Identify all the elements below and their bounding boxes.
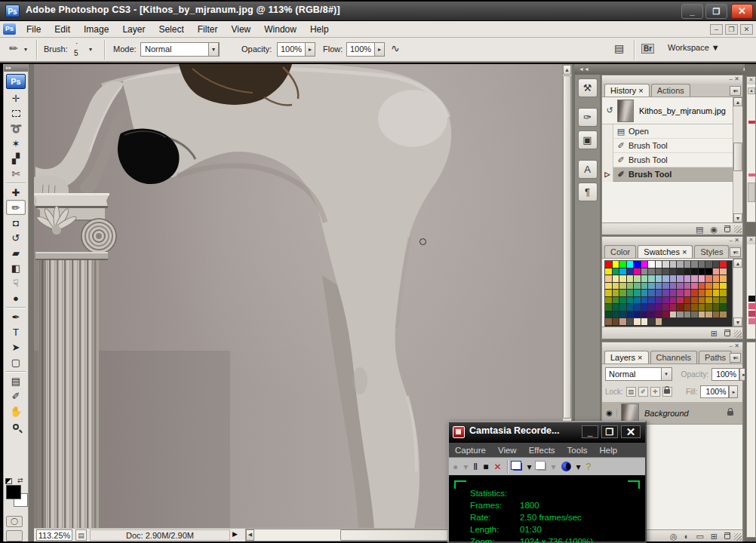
color-swatch[interactable] — [634, 290, 641, 297]
lasso-tool[interactable]: ➰ — [6, 121, 26, 136]
mode-dropdown-icon[interactable]: ▾ — [208, 42, 219, 57]
minimize-button[interactable]: _ — [681, 4, 703, 19]
color-swatch[interactable] — [648, 261, 656, 268]
color-swatch[interactable] — [656, 268, 663, 276]
snapshot-thumbnail[interactable] — [617, 100, 634, 122]
history-scroll-thumb[interactable] — [733, 143, 742, 171]
stop-button[interactable]: ■ — [483, 459, 488, 475]
color-swatch[interactable] — [619, 268, 627, 276]
color-swatch[interactable] — [662, 268, 670, 276]
swatches-minimize-icon[interactable]: – — [730, 237, 733, 244]
color-swatch[interactable] — [684, 268, 692, 276]
color-swatch[interactable] — [634, 283, 641, 290]
color-swatch[interactable] — [691, 261, 699, 268]
color-swatch[interactable] — [656, 304, 663, 311]
color-swatch[interactable] — [648, 275, 656, 283]
color-swatch[interactable] — [684, 290, 692, 297]
color-swatch[interactable] — [691, 304, 699, 311]
color-swatch[interactable] — [613, 318, 620, 326]
color-swatch[interactable] — [699, 268, 706, 276]
camtasia-title-bar[interactable]: Camtasia Recorde... _ ❐ ✕ — [449, 422, 645, 442]
color-swatch[interactable] — [691, 311, 699, 319]
brush-tool-icon[interactable]: ✏ — [9, 42, 18, 54]
lock-transparency-icon[interactable]: ▨ — [626, 387, 636, 397]
path-selection-tool[interactable]: ➤ — [6, 339, 26, 354]
workspace-dropdown[interactable]: Workspace ▼ — [668, 43, 720, 52]
color-swatch[interactable] — [656, 290, 663, 297]
menu-view[interactable]: View — [224, 21, 257, 38]
color-swatch[interactable] — [684, 261, 692, 268]
color-swatch[interactable] — [705, 311, 713, 319]
color-swatch[interactable] — [662, 275, 670, 283]
camtasia-menu-capture[interactable]: Capture — [449, 446, 492, 455]
color-swatch[interactable] — [656, 275, 663, 283]
color-swatch[interactable] — [613, 283, 620, 290]
color-swatch[interactable] — [677, 275, 684, 283]
color-swatch[interactable] — [670, 275, 678, 283]
flow-arrow-button[interactable]: ▸ — [374, 42, 385, 57]
color-swatch[interactable] — [648, 311, 656, 319]
restore-button[interactable]: ❐ — [705, 4, 727, 19]
color-swatch[interactable] — [619, 275, 627, 283]
camtasia-minimize-button[interactable]: _ — [582, 425, 598, 438]
history-item[interactable]: ✐Brush Tool — [602, 139, 742, 153]
eyedropper-tool[interactable]: ✐ — [6, 388, 26, 403]
new-snapshot-button[interactable]: ◉ — [710, 225, 718, 234]
tool-preset-dropdown-icon[interactable]: ▾ — [24, 46, 27, 53]
set-history-source-icon[interactable]: ↺ — [602, 106, 617, 115]
pause-button[interactable]: Ⅱ — [473, 459, 478, 475]
swatches-tab-2[interactable]: Styles — [694, 245, 729, 258]
resize-grip[interactable] — [734, 330, 742, 338]
brushes-panel-button[interactable]: ✑ — [578, 108, 598, 127]
history-brush-tool[interactable]: ↺ — [6, 230, 26, 245]
color-swatch[interactable] — [705, 297, 713, 305]
history-minimize-icon[interactable]: – — [730, 75, 733, 82]
color-swatch[interactable] — [627, 304, 635, 311]
color-swatch[interactable] — [627, 297, 635, 305]
color-swatch[interactable] — [656, 318, 663, 326]
color-swatch[interactable] — [613, 290, 620, 297]
layer-mask-button[interactable]: ◎ — [670, 532, 678, 541]
color-swatch[interactable] — [634, 311, 641, 319]
swatches-scroll-up[interactable]: ▲ — [733, 259, 742, 268]
healing-brush-tool[interactable]: ✚ — [6, 185, 26, 200]
menu-filter[interactable]: Filter — [191, 21, 225, 38]
new-document-from-state-button[interactable]: ▤ — [696, 225, 703, 234]
color-swatch[interactable] — [648, 318, 656, 326]
brush-tool[interactable]: ✏ — [6, 200, 26, 215]
layer-fill-input[interactable]: 100%▸ — [700, 385, 729, 398]
color-swatch[interactable] — [713, 261, 721, 268]
tool-presets-button[interactable]: ⚒ — [578, 78, 598, 97]
color-swatch[interactable] — [720, 275, 727, 283]
color-swatch[interactable] — [605, 311, 613, 319]
record-dropdown[interactable]: ▾ — [463, 459, 468, 475]
color-swatch[interactable] — [699, 297, 706, 305]
lock-position-icon[interactable]: ✛ — [650, 387, 660, 397]
menu-select[interactable]: Select — [152, 21, 190, 38]
color-swatch[interactable] — [713, 275, 721, 283]
color-swatch[interactable] — [662, 304, 670, 311]
color-swatch[interactable] — [677, 290, 684, 297]
help-button[interactable]: ? — [586, 459, 592, 475]
color-swatch[interactable] — [670, 304, 678, 311]
history-tab-0[interactable]: History × — [604, 84, 650, 97]
audio-button[interactable] — [561, 462, 571, 471]
dock-collapse-left-icon[interactable]: ◄◄ — [574, 66, 589, 72]
swatches-scrollbar[interactable]: ▲ ▼ — [733, 259, 742, 327]
color-swatch[interactable] — [641, 268, 649, 276]
color-swatch[interactable] — [641, 261, 649, 268]
color-swatch[interactable] — [605, 297, 613, 305]
slice-tool[interactable]: ✄ — [6, 166, 26, 181]
color-swatch[interactable] — [648, 304, 656, 311]
layer-name[interactable]: Background — [644, 409, 689, 418]
color-swatch[interactable] — [634, 261, 641, 268]
color-swatch[interactable] — [613, 275, 620, 283]
color-swatch[interactable] — [605, 261, 613, 268]
color-swatch[interactable] — [677, 311, 684, 319]
color-swatch[interactable] — [641, 297, 649, 305]
history-item[interactable]: ▤Open — [602, 124, 742, 139]
menu-window[interactable]: Window — [257, 21, 303, 38]
layer-opacity-input[interactable]: 100%▸ — [711, 368, 739, 381]
color-swatch[interactable] — [713, 290, 721, 297]
brush-preset-dropdown-icon[interactable]: ▾ — [89, 46, 92, 53]
